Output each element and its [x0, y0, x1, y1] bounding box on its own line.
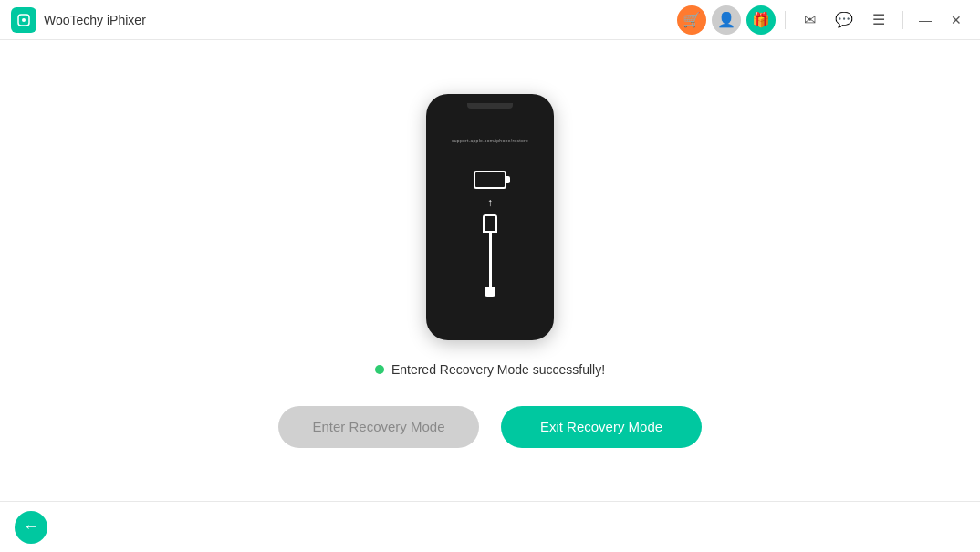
cable-illustration: [483, 214, 497, 297]
status-dot: [375, 365, 384, 374]
user-icon[interactable]: 👤: [712, 5, 741, 35]
svg-point-1: [22, 18, 26, 22]
title-bar: WooTechy iPhixer 🛒 👤 🎁 ✉ 💬 ☰ — ✕: [0, 0, 980, 40]
bottom-bar: ←: [0, 501, 980, 552]
separator2: [902, 11, 903, 29]
status-row: Entered Recovery Mode successfully!: [375, 362, 605, 377]
gift-icon[interactable]: 🎁: [746, 5, 776, 35]
separator: [785, 11, 786, 29]
app-title: WooTechy iPhixer: [44, 13, 146, 27]
phone-illustration: support.apple.com/iphone/restore ↑: [426, 94, 554, 340]
cable-connector: [483, 214, 497, 233]
buttons-row: Enter Recovery Mode Exit Recovery Mode: [278, 406, 702, 448]
main-content: support.apple.com/iphone/restore ↑ Enter…: [0, 40, 980, 501]
cart-icon[interactable]: 🛒: [677, 5, 706, 35]
phone-body: support.apple.com/iphone/restore ↑: [426, 94, 554, 340]
menu-icon[interactable]: ☰: [864, 5, 893, 35]
phone-screen: support.apple.com/iphone/restore ↑: [426, 94, 554, 340]
title-bar-left: WooTechy iPhixer: [11, 7, 146, 33]
close-button[interactable]: ✕: [944, 7, 969, 33]
app-logo: [11, 7, 36, 33]
chat-icon[interactable]: 💬: [829, 5, 859, 35]
battery-icon: [474, 171, 506, 189]
enter-recovery-button[interactable]: Enter Recovery Mode: [278, 406, 479, 448]
mail-icon[interactable]: ✉: [795, 5, 824, 35]
arrow-up-icon: ↑: [487, 196, 493, 209]
title-bar-controls: 🛒 👤 🎁 ✉ 💬 ☰ — ✕: [677, 5, 969, 35]
cable-end: [485, 287, 495, 297]
back-button[interactable]: ←: [15, 511, 47, 544]
minimize-button[interactable]: —: [912, 7, 938, 33]
phone-url-text: support.apple.com/iphone/restore: [452, 138, 528, 143]
exit-recovery-button[interactable]: Exit Recovery Mode: [501, 406, 702, 448]
cable-line: [489, 233, 492, 287]
status-message: Entered Recovery Mode successfully!: [391, 362, 605, 377]
